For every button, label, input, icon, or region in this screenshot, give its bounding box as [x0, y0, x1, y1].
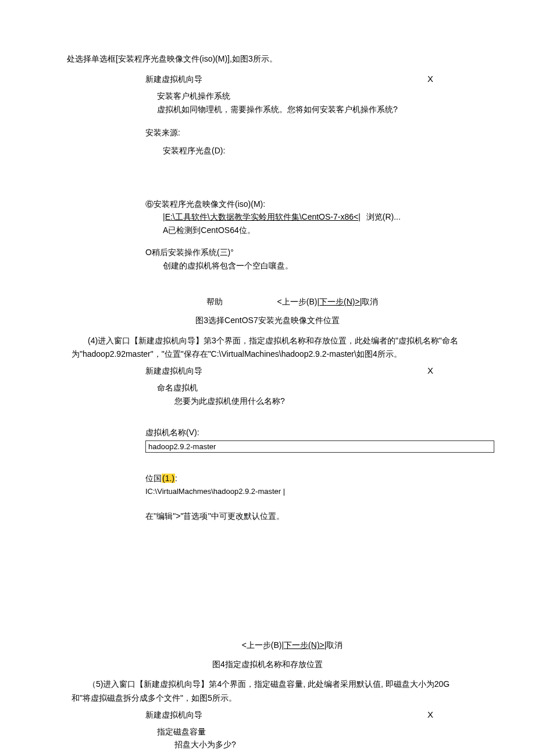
wizard3-title: 新建虚拟机向导: [145, 73, 202, 85]
close-icon[interactable]: X: [427, 364, 439, 378]
next-button[interactable]: 下一步(N)>|: [284, 640, 326, 650]
highlight-text: (1.): [162, 474, 175, 483]
wizard5-subtitle: 指定磁盘容量: [157, 725, 439, 738]
later-desc: 创建的虚拟机将包含一个空白嚷盘。: [163, 259, 439, 272]
prev-button[interactable]: <上一步(B)|: [242, 640, 284, 650]
cancel-button[interactable]: 取消: [326, 640, 343, 650]
iso-path-input[interactable]: |E:\工具软件\大数据教学实蛉用软件集\CentOS-7-x86<|: [163, 212, 361, 221]
browse-button[interactable]: 浏览(R)...: [366, 212, 401, 221]
location-value[interactable]: IC:\VirtualMachmes\hadoop2.9.2-master |: [145, 486, 439, 498]
wizard3-subdesc: 虚拟机如同物理机，需要操作系统。您将如何安装客户机操作系统?: [157, 103, 439, 116]
wizard5-subdesc: 招盘大小为多少?: [174, 738, 439, 751]
location-label: 位国(1.):: [145, 472, 439, 485]
help-button[interactable]: 帮助: [206, 295, 223, 308]
cancel-button[interactable]: 取消: [362, 297, 378, 306]
option-iso[interactable]: ⑥安装程序光盘映像文件(iso)(M):: [145, 198, 439, 210]
close-icon[interactable]: X: [427, 708, 439, 722]
option-disc[interactable]: 安装程序光盘(D):: [163, 144, 439, 157]
prev-button[interactable]: <上一步(B)|: [277, 297, 319, 306]
detected-text: A已检测到CentOS64位。: [163, 224, 439, 237]
edit-note: 在''编辑">"苜选项''中可更改默认位置。: [145, 510, 439, 522]
figure3-caption: 图3选择CentOS7安装光盘映像文件位置: [67, 314, 468, 327]
wizard4-subtitle: 命名虚拟机: [157, 381, 439, 394]
source-label: 安装来源:: [145, 126, 439, 139]
wizard5-title: 新建虚拟机向导: [145, 708, 202, 721]
next-button[interactable]: 下一步(N)>|: [319, 297, 362, 306]
wizard4-title: 新建虚拟机向导: [145, 364, 202, 377]
wizard-5: 新建虚拟机向导 X 指定磁盘容量 招盘大小为多少?: [145, 708, 439, 751]
option-later[interactable]: O稍后安装操作系统(三)°: [145, 246, 439, 259]
figure4-caption: 图4指定虚拟机名称和存放位置: [67, 658, 468, 671]
wizard-4: 新建虚拟机向导 X 命名虚拟机 您要为此虚拟机使用什么名称? 虚拟机名称(V):…: [145, 364, 439, 652]
wizard4-subdesc: 您要为此虚拟机使用什么名称?: [174, 395, 439, 407]
intro-text: 处选择单选框[安装程序光盘映像文件(iso)(M)],如图3所示。: [67, 52, 468, 65]
paragraph-4: (4)进入窗口【新建虚拟机向导】第3个界面，指定虚拟机名称和存放位置，此处编者的…: [72, 334, 463, 362]
wizard-3: 新建虚拟机向导 X 安装客户机操作系统 虚拟机如同物理机，需要操作系统。您将如何…: [145, 72, 439, 308]
vm-name-label: 虚拟机名称(V):: [145, 426, 439, 439]
close-icon[interactable]: X: [427, 72, 439, 86]
paragraph-5: （5)进入窗口【新建虚拟机向导】第4个界面，指定磁盘容量, 此处编者采用默认值,…: [72, 678, 463, 705]
vm-name-input[interactable]: [145, 440, 494, 453]
wizard3-subtitle: 安装客户机操作系统: [157, 89, 439, 102]
